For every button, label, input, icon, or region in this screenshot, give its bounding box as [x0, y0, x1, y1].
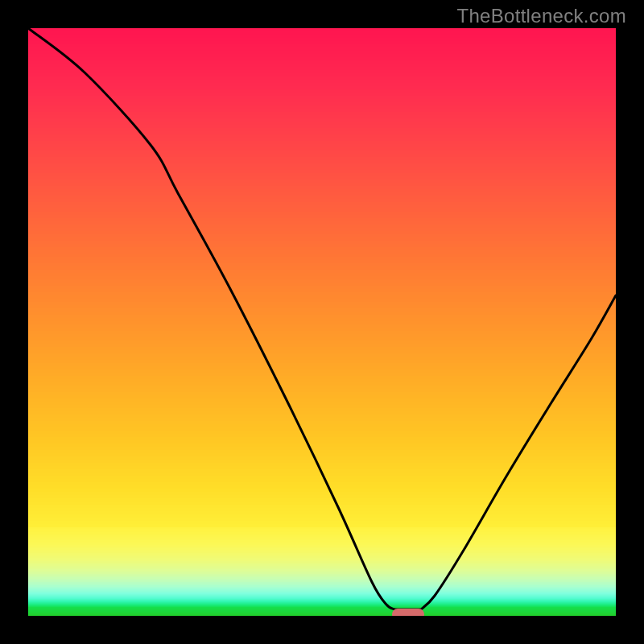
- plot-area: [28, 28, 616, 616]
- chart-container: TheBottleneck.com: [0, 0, 644, 644]
- bottleneck-curve: [28, 28, 616, 609]
- watermark-text: TheBottleneck.com: [456, 5, 626, 27]
- optimal-marker: [392, 609, 424, 616]
- curve-layer: [28, 28, 616, 616]
